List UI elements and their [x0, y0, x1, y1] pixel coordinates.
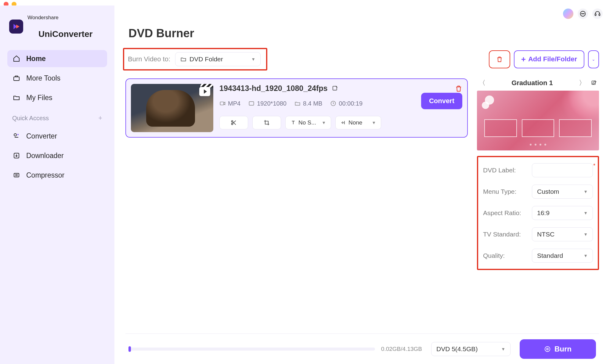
sidebar-item-label: Converter	[26, 132, 57, 140]
required-icon: *	[593, 163, 595, 169]
brand-sup: Wondershare	[27, 15, 103, 21]
chevron-down-icon: ⌄	[592, 57, 595, 62]
main-content: DVD Burner Burn Video to: DVD Folder ▼	[114, 5, 610, 364]
home-icon	[12, 54, 21, 63]
resolution-icon	[248, 100, 254, 106]
convert-button[interactable]: Convert	[421, 93, 462, 109]
sidebar-item-label: My Files	[26, 94, 52, 102]
sidebar-item-my-files[interactable]: My Files	[7, 89, 107, 106]
chevron-down-icon: ▼	[583, 211, 588, 215]
svg-rect-13	[249, 102, 254, 105]
logo-icon	[9, 20, 23, 34]
page-title: DVD Burner	[128, 27, 599, 40]
capacity-text: 0.02GB/4.13GB	[381, 346, 422, 352]
disc-type-dropdown[interactable]: DVD 5(4.5GB)▼	[431, 342, 511, 356]
file-size: 8.4 MB	[303, 100, 322, 107]
folder-icon	[12, 93, 21, 102]
dvd-settings-highlighted: DVD Label: * Menu Type: Custom▼ Aspect R…	[477, 156, 599, 270]
file-name: 1943413-hd_1920_1080_24fps	[219, 84, 327, 93]
dvd-label-input[interactable]	[532, 163, 593, 177]
subtitle-dropdown[interactable]: No S...▼	[285, 116, 331, 129]
burn-target-label: Burn Video to:	[128, 55, 170, 63]
sidebar-item-label: More Tools	[26, 74, 60, 82]
window-titlebar	[0, 0, 610, 5]
sidebar-item-downloader[interactable]: Downloader	[7, 147, 107, 164]
sidebar-item-label: Downloader	[26, 152, 64, 160]
svg-point-2	[17, 134, 19, 135]
avatar[interactable]	[563, 9, 573, 19]
dvd-label-label: DVD Label:	[483, 167, 516, 174]
template-name: Graduation 1	[511, 79, 553, 87]
svg-point-8	[584, 13, 584, 14]
svg-rect-0	[14, 77, 19, 81]
download-icon	[12, 151, 21, 160]
footer: 0.02GB/4.13GB DVD 5(4.5GB)▼ Burn	[125, 333, 599, 364]
audio-track-dropdown[interactable]: None▼	[335, 116, 381, 129]
sidebar-item-converter[interactable]: Converter	[7, 128, 107, 145]
quick-access-header: Quick Access +	[7, 109, 107, 125]
burn-target-dropdown[interactable]: DVD Folder ▼	[175, 52, 261, 66]
menu-type-label: Menu Type:	[483, 188, 516, 195]
tv-standard-dropdown[interactable]: NTSC▼	[532, 227, 593, 241]
header-actions	[563, 9, 603, 19]
audio-bars-icon	[341, 120, 346, 125]
template-preview[interactable]	[477, 91, 599, 150]
sidebar-item-more-tools[interactable]: More Tools	[7, 70, 107, 87]
chevron-down-icon: ▼	[583, 189, 588, 194]
size-icon	[294, 100, 301, 106]
chevron-down-icon: ▼	[501, 347, 505, 351]
quality-dropdown[interactable]: Standard▼	[532, 249, 593, 263]
menu-type-dropdown[interactable]: Custom▼	[532, 185, 593, 199]
tv-standard-label: TV Standard:	[483, 231, 521, 238]
compressor-icon	[12, 171, 21, 179]
svg-point-18	[545, 346, 550, 351]
svg-point-7	[583, 13, 583, 14]
chevron-down-icon: ▼	[251, 57, 255, 62]
clock-icon	[330, 100, 336, 106]
file-format: MP4	[228, 100, 240, 107]
prev-template-button[interactable]: 〈	[478, 78, 487, 88]
chevron-down-icon: ▼	[322, 120, 326, 125]
play-icon[interactable]	[199, 87, 210, 96]
next-template-button[interactable]: 〉	[578, 78, 587, 88]
chevron-down-icon: ▼	[583, 232, 588, 237]
svg-point-6	[581, 13, 582, 14]
rename-icon[interactable]	[332, 85, 338, 92]
svg-rect-9	[595, 14, 596, 16]
file-duration: 00:00:19	[339, 100, 363, 107]
video-icon	[219, 100, 226, 106]
chevron-down-icon: ▼	[372, 120, 376, 125]
subtitle-value: No S...	[298, 119, 316, 126]
crop-button[interactable]	[252, 116, 281, 129]
file-resolution: 1920*1080	[257, 100, 287, 107]
sidebar-item-label: Home	[26, 55, 46, 63]
scissors-icon	[231, 120, 237, 126]
audio-value: None	[348, 119, 362, 126]
sidebar-item-compressor[interactable]: Compressor	[7, 167, 107, 184]
plus-icon[interactable]: +	[98, 114, 102, 122]
add-file-dropdown[interactable]: ⌄	[588, 50, 599, 68]
disc-folder-icon	[180, 56, 186, 62]
video-thumbnail[interactable]	[131, 84, 213, 132]
brand-main: UniConverter	[27, 21, 103, 38]
disc-icon	[544, 346, 551, 352]
add-file-button[interactable]: + Add File/Folder	[514, 50, 584, 68]
support-icon[interactable]	[592, 9, 603, 19]
trash-icon	[496, 56, 503, 63]
svg-point-19	[547, 348, 548, 350]
trim-button[interactable]	[219, 116, 248, 129]
aspect-ratio-dropdown[interactable]: 16:9▼	[532, 206, 593, 220]
burn-button[interactable]: Burn	[520, 339, 596, 359]
edit-template-icon[interactable]	[589, 78, 598, 88]
trash-icon[interactable]	[455, 85, 462, 92]
delete-all-button[interactable]	[489, 50, 510, 68]
svg-point-1	[14, 134, 16, 136]
sidebar: Wondershare UniConverter Home More Tools…	[0, 5, 114, 364]
converter-icon	[12, 132, 21, 140]
burn-target-highlighted: Burn Video to: DVD Folder ▼	[123, 48, 267, 70]
quick-access-label: Quick Access	[12, 115, 49, 122]
capacity-progress[interactable]	[128, 348, 375, 351]
plus-icon: +	[521, 55, 526, 64]
chat-icon[interactable]	[578, 9, 588, 19]
sidebar-item-home[interactable]: Home	[7, 50, 107, 67]
